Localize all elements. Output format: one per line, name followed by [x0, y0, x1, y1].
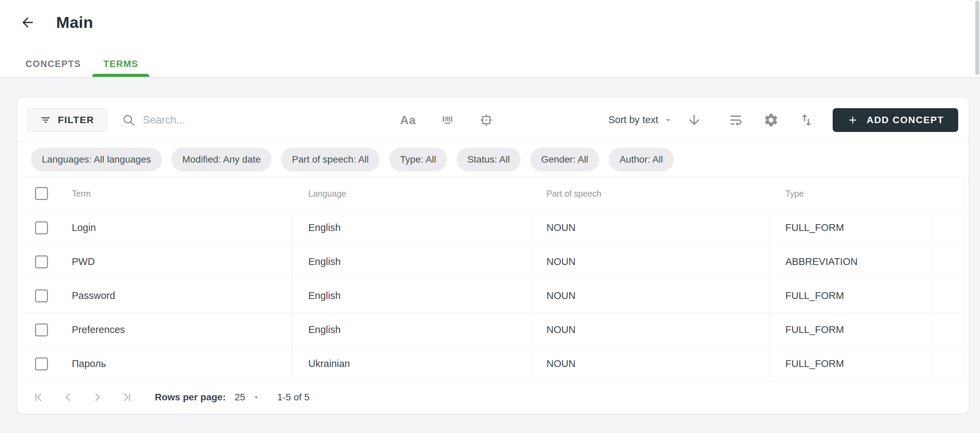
table-row[interactable]: Login English NOUN FULL_FORM — [18, 211, 964, 245]
chip-type[interactable]: Type: All — [389, 148, 447, 171]
filter-button-label: FILTER — [58, 115, 94, 125]
arrow-down-icon — [686, 112, 702, 128]
back-button[interactable] — [19, 14, 36, 31]
column-header-language: Language — [308, 189, 346, 199]
sort-by-label: Sort by text — [608, 114, 659, 125]
title-row: Main — [19, 13, 980, 32]
match-case-button[interactable]: Aa — [398, 111, 418, 129]
window-scrollbar-thumb[interactable] — [975, 1, 979, 75]
first-page-icon — [32, 391, 45, 404]
rows-per-page-select[interactable]: 25 — [234, 392, 261, 403]
table-row[interactable]: Preferences English NOUN FULL_FORM — [18, 313, 964, 347]
type-cell: FULL_FORM — [785, 290, 844, 301]
select-all-checkbox[interactable] — [35, 187, 48, 200]
column-header-type: Type — [785, 189, 804, 199]
language-cell: Ukrainian — [308, 358, 350, 370]
language-cell: English — [308, 256, 340, 267]
column-header-part-of-speech: Part of speech — [546, 189, 601, 199]
header-spacer-cell — [931, 176, 964, 211]
toolbar-right-group: Sort by text ADD CONCEPT — [608, 108, 958, 132]
sort-direction-button[interactable] — [684, 110, 704, 130]
terms-table: Term Language Part of speech Type Login … — [18, 176, 964, 381]
next-page-button[interactable] — [91, 391, 104, 404]
term-cell: Password — [72, 290, 115, 301]
whole-word-button[interactable] — [438, 111, 457, 129]
chip-status[interactable]: Status: All — [457, 148, 521, 171]
filter-button[interactable]: FILTER — [27, 108, 107, 132]
last-page-button[interactable] — [120, 391, 133, 404]
tab-concepts[interactable]: CONCEPTS — [14, 51, 92, 77]
type-cell: ABBREVIATION — [785, 256, 858, 267]
row-checkbox[interactable] — [35, 324, 48, 336]
chip-author[interactable]: Author: All — [609, 148, 674, 171]
pagination-range-label: 1-5 of 5 — [277, 392, 310, 403]
last-page-icon — [120, 391, 133, 404]
tab-terms-label: TERMS — [103, 59, 138, 70]
page-title: Main — [56, 13, 93, 32]
caret-down-icon — [251, 393, 261, 402]
term-cell: Login — [72, 222, 96, 233]
exact-match-frame-button[interactable] — [477, 111, 495, 129]
sort-by-select[interactable]: Sort by text — [608, 114, 673, 125]
part-of-speech-cell: NOUN — [546, 222, 576, 233]
chip-modified[interactable]: Modified: Any date — [172, 148, 272, 171]
row-checkbox[interactable] — [35, 289, 48, 302]
chevron-left-icon — [62, 391, 75, 404]
filter-chips-row: Languages: All languages Modified: Any d… — [18, 143, 969, 176]
gear-icon — [763, 112, 779, 128]
header-term-cell: Term — [18, 176, 293, 211]
part-of-speech-cell: NOUN — [546, 290, 576, 301]
row-spacer-cell — [931, 245, 964, 279]
rows-per-page-label: Rows per page: — [155, 392, 226, 403]
tab-terms[interactable]: TERMS — [92, 51, 150, 77]
row-checkbox[interactable] — [35, 255, 48, 268]
tab-concepts-label: CONCEPTS — [25, 59, 81, 70]
row-spacer-cell — [931, 313, 964, 347]
table-row[interactable]: Password English NOUN FULL_FORM — [18, 279, 964, 313]
part-of-speech-cell: NOUN — [546, 256, 576, 267]
add-concept-label: ADD CONCEPT — [867, 115, 944, 125]
add-concept-button[interactable]: ADD CONCEPT — [833, 108, 958, 132]
rows-per-page-value: 25 — [234, 392, 245, 403]
table-header-row: Term Language Part of speech Type — [18, 176, 964, 211]
plus-icon — [847, 114, 859, 126]
page-header: Main CONCEPTS TERMS — [0, 0, 980, 77]
search-input[interactable] — [143, 114, 388, 126]
tab-bar: CONCEPTS TERMS — [14, 51, 980, 77]
settings-button[interactable] — [761, 110, 781, 130]
language-cell: English — [308, 222, 340, 233]
whole-word-barcode-icon — [440, 113, 455, 127]
chevron-right-icon — [91, 391, 104, 404]
first-page-button[interactable] — [32, 391, 45, 404]
table-row[interactable]: PWD English NOUN ABBREVIATION — [18, 245, 964, 279]
row-spacer-cell — [931, 347, 964, 381]
chip-part-of-speech[interactable]: Part of speech: All — [281, 148, 380, 171]
chip-gender[interactable]: Gender: All — [530, 148, 599, 171]
search-box — [122, 113, 388, 127]
part-of-speech-cell: NOUN — [546, 358, 576, 370]
viewfinder-frame-icon — [479, 113, 493, 127]
active-tab-indicator — [92, 74, 150, 77]
table-row[interactable]: Пароль Ukrainian NOUN FULL_FORM — [18, 347, 964, 381]
filter-list-icon — [40, 115, 51, 125]
term-cell: Preferences — [72, 324, 125, 335]
part-of-speech-cell: NOUN — [546, 324, 576, 335]
match-case-icon: Aa — [400, 113, 416, 127]
wrap-text-icon — [728, 112, 743, 128]
pagination-bar: Rows per page: 25 1-5 of 5 — [18, 381, 969, 414]
language-cell: English — [308, 324, 340, 335]
terms-card: FILTER Aa — [18, 98, 969, 414]
type-cell: FULL_FORM — [785, 222, 844, 233]
chip-languages[interactable]: Languages: All languages — [31, 148, 162, 171]
type-cell: FULL_FORM — [785, 358, 844, 370]
row-checkbox[interactable] — [35, 221, 48, 234]
term-cell: Пароль — [72, 358, 106, 370]
swap-vertical-icon — [799, 112, 814, 128]
wrap-text-button[interactable] — [726, 110, 746, 130]
row-checkbox[interactable] — [35, 357, 48, 370]
column-header-term: Term — [72, 189, 91, 199]
previous-page-button[interactable] — [62, 391, 75, 404]
import-export-button[interactable] — [797, 110, 816, 130]
search-option-icons: Aa — [398, 111, 496, 129]
arrow-left-icon — [20, 14, 35, 30]
